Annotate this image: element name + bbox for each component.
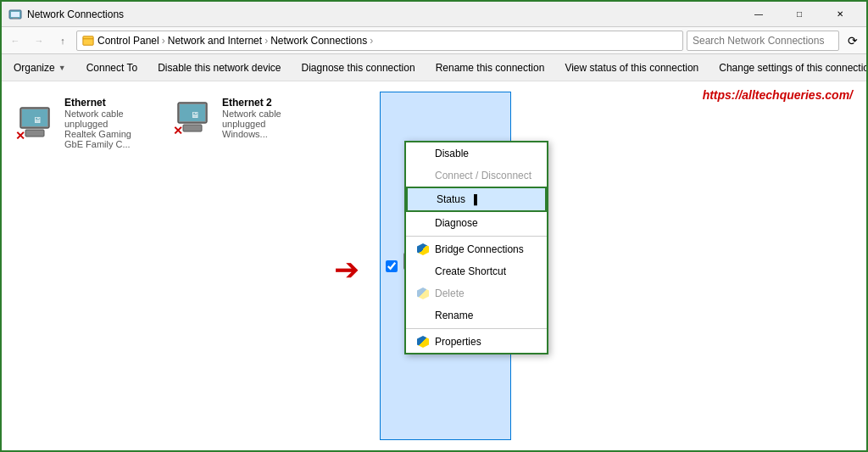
shortcut-icon [416, 265, 430, 278]
svg-rect-7 [25, 130, 44, 137]
view-status-button[interactable]: View status of this connection [556, 56, 707, 80]
search-input[interactable] [687, 31, 839, 51]
menu-label-connect: Connect / Disconnect [435, 170, 531, 181]
svg-text:🖥: 🖥 [33, 115, 42, 125]
menu-item-properties[interactable]: Properties [406, 331, 547, 353]
ethernet2-error-icon: ✕ [173, 125, 183, 137]
menu-label-shortcut: Create Shortcut [435, 265, 506, 277]
menu-item-rename[interactable]: Rename [406, 304, 547, 326]
menu-label-rename: Rename [435, 310, 473, 321]
svg-rect-1 [11, 12, 19, 17]
menu-item-delete: Delete [406, 282, 547, 304]
ethernet-name: Ethernet [64, 97, 151, 109]
breadcrumb-icon [82, 35, 94, 47]
window-title: Network Connections [27, 8, 124, 20]
ethernet2-name: Ethernet 2 [222, 97, 309, 109]
organize-button[interactable]: Organize ▼ [5, 56, 75, 80]
ethernet-detail: Realtek Gaming GbE Family C... [64, 129, 151, 149]
breadcrumb-network-internet[interactable]: Network and Internet [168, 35, 262, 47]
menu-item-status[interactable]: Status ▌ [406, 187, 547, 212]
ethernet2-icon: 🖥 ✕ [175, 101, 215, 135]
menu-item-connect-disconnect: Connect / Disconnect [406, 165, 547, 187]
menu-label-diagnose: Diagnose [435, 217, 478, 229]
diagnose-icon [416, 216, 430, 230]
ethernet2-adapter[interactable]: 🖥 ✕ Ethernet 2 Network cable unplugged W… [170, 92, 314, 440]
back-button[interactable]: ← [5, 31, 25, 51]
status-icon [418, 193, 431, 206]
menu-item-diagnose[interactable]: Diagnose [406, 212, 547, 234]
disable-icon [416, 147, 430, 160]
content-area: 🖥 ✕ Ethernet Network cable unplugged Rea… [2, 81, 866, 450]
breadcrumb: Control Panel › Network and Internet › N… [76, 31, 683, 51]
rename-button[interactable]: Rename this connection [427, 56, 554, 80]
delete-shield-icon [416, 287, 430, 300]
svg-rect-4 [83, 38, 93, 39]
title-controls: — □ ✕ [739, 2, 860, 27]
menu-label-bridge: Bridge Connections [435, 243, 524, 255]
menu-item-shortcut[interactable]: Create Shortcut [406, 260, 547, 282]
diagnose-button[interactable]: Diagnose this connection [293, 56, 424, 80]
bridge-shield-icon [416, 243, 430, 256]
toolbar: Organize ▼ Connect To Disable this netwo… [2, 54, 866, 81]
organize-dropdown-arrow: ▼ [58, 64, 66, 72]
address-bar: ← → ↑ Control Panel › Network and Intern… [2, 27, 866, 54]
ethernet-header: 🖥 ✕ Ethernet Network cable unplugged Rea… [17, 97, 151, 149]
svg-rect-2 [13, 18, 18, 19]
menu-label-status: Status [437, 193, 465, 205]
svg-rect-11 [183, 125, 202, 131]
up-button[interactable]: ↑ [53, 31, 73, 51]
breadcrumb-network-connections[interactable]: Network Connections [270, 35, 367, 47]
ethernet-adapter[interactable]: 🖥 ✕ Ethernet Network cable unplugged Rea… [12, 92, 156, 440]
change-settings-button[interactable]: Change settings of this connection [710, 56, 868, 80]
connect-to-button[interactable]: Connect To [78, 56, 147, 80]
ethernet-status: Network cable unplugged [64, 109, 151, 129]
cursor-indicator: ▌ [474, 194, 481, 204]
ethernet2-detail: Windows... [222, 129, 309, 139]
svg-rect-3 [83, 36, 93, 45]
menu-label-delete: Delete [435, 287, 465, 299]
forward-button[interactable]: → [29, 31, 49, 51]
menu-item-disable[interactable]: Disable [406, 142, 547, 165]
watermark: https://alltechqueries.com/ [703, 88, 853, 102]
title-bar: Network Connections — □ ✕ [2, 2, 866, 27]
window-icon [8, 8, 22, 21]
svg-text:🖥: 🖥 [191, 110, 199, 120]
ethernet2-status: Network cable unplugged [222, 109, 309, 129]
maximize-button[interactable]: □ [780, 2, 819, 27]
wifi-checkbox[interactable] [386, 260, 398, 272]
menu-label-properties: Properties [435, 336, 481, 348]
menu-label-disable: Disable [435, 148, 469, 159]
disable-button[interactable]: Disable this network device [149, 56, 289, 80]
close-button[interactable]: ✕ [821, 2, 860, 27]
refresh-button[interactable]: ⟳ [843, 31, 863, 51]
connect-icon [416, 169, 430, 182]
red-arrow: ➔ [327, 98, 366, 440]
menu-separator-2 [406, 328, 547, 329]
ethernet-error-icon: ✕ [15, 130, 25, 142]
ethernet-icon: 🖥 ✕ [17, 106, 58, 140]
ethernet2-header: 🖥 ✕ Ethernet 2 Network cable unplugged W… [175, 97, 309, 139]
ethernet2-info: Ethernet 2 Network cable unplugged Windo… [222, 97, 309, 139]
context-menu: Disable Connect / Disconnect Status ▌ Di… [404, 141, 548, 354]
network-connections-window: Network Connections — □ ✕ ← → ↑ Control … [2, 2, 866, 450]
menu-separator-1 [406, 236, 547, 237]
breadcrumb-control-panel[interactable]: Control Panel [97, 35, 159, 47]
minimize-button[interactable]: — [739, 2, 778, 27]
properties-shield-icon [416, 335, 430, 349]
rename-icon [416, 309, 430, 322]
ethernet-info: Ethernet Network cable unplugged Realtek… [64, 97, 151, 149]
menu-item-bridge[interactable]: Bridge Connections [406, 238, 547, 260]
